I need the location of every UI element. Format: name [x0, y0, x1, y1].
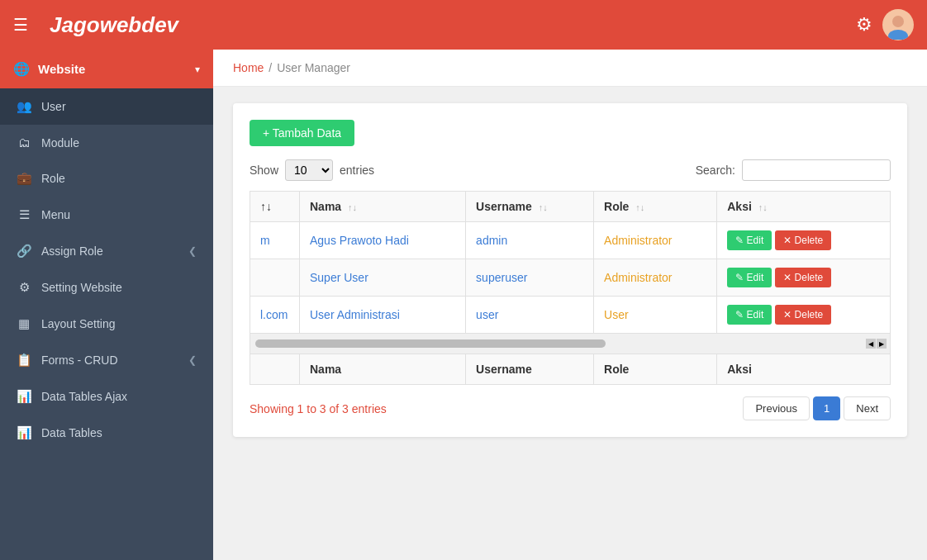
footer-col-username: Username	[466, 354, 594, 385]
footer-col-nama: Nama	[300, 354, 466, 385]
cell-username: user	[466, 297, 594, 334]
previous-button[interactable]: Previous	[743, 396, 810, 420]
breadcrumb-current: User Manager	[277, 61, 350, 74]
breadcrumb: Home / User Manager	[213, 50, 927, 87]
next-button[interactable]: Next	[844, 396, 891, 420]
sidebar-item-module-label: Module	[41, 136, 197, 149]
table-controls: Show 10 25 50 100 entries Search:	[250, 159, 891, 181]
footer-col-aksi: Aksi	[717, 354, 891, 385]
sort-icon-nama: ↑↓	[348, 202, 357, 212]
chevron-left-icon: ❮	[188, 245, 197, 257]
sidebar-item-user[interactable]: 👥 User	[0, 88, 213, 125]
setting-icon: ⚙	[17, 280, 31, 295]
edit-button[interactable]: ✎ Edit	[727, 230, 772, 250]
forms-icon: 📋	[17, 353, 31, 368]
sidebar-item-menu[interactable]: ☰ Menu	[0, 197, 213, 233]
sidebar-item-data-tables-label: Data Tables	[41, 426, 197, 439]
sidebar-item-user-label: User	[41, 100, 197, 113]
col-role[interactable]: Role ↑↓	[594, 192, 717, 222]
svg-point-1	[892, 16, 904, 27]
sidebar-item-menu-label: Menu	[41, 208, 197, 221]
col-nama[interactable]: Nama ↑↓	[300, 192, 466, 222]
brand-logo: Jagowebdev	[50, 12, 856, 38]
sidebar-item-setting-website-label: Setting Website	[41, 281, 197, 294]
edit-button[interactable]: ✎ Edit	[727, 305, 772, 325]
sidebar-item-role-label: Role	[41, 172, 197, 185]
sidebar-item-forms-crud-label: Forms - CRUD	[41, 354, 188, 367]
data-tables-ajax-icon: 📊	[17, 389, 31, 404]
sidebar-item-setting-website[interactable]: ⚙ Setting Website	[0, 269, 213, 306]
globe-icon: 🌐	[13, 61, 30, 77]
sidebar-item-module[interactable]: 🗂 Module	[0, 125, 213, 160]
role-icon: 💼	[17, 171, 31, 186]
table-row: Super UsersuperuserAdministrator✎ Edit✕ …	[250, 259, 891, 297]
cell-username: admin	[466, 222, 594, 259]
footer-col-no	[250, 354, 300, 385]
cell-no: m	[250, 222, 300, 259]
sidebar-item-data-tables-ajax[interactable]: 📊 Data Tables Ajax	[0, 378, 213, 415]
cell-username: superuser	[466, 259, 594, 297]
horizontal-scrollbar[interactable]: ◀ ▶	[252, 339, 888, 349]
sort-icon-role: ↑↓	[635, 202, 644, 212]
avatar[interactable]	[882, 9, 914, 40]
scroll-left-button[interactable]: ◀	[866, 339, 876, 349]
sidebar-item-layout-setting[interactable]: ▦ Layout Setting	[0, 306, 213, 342]
show-entries: Show 10 25 50 100 entries	[250, 159, 374, 181]
sidebar: 🌐 Website ▾ 👥 User 🗂 Module 💼 Role ☰ Men…	[0, 50, 213, 560]
footer-col-role: Role	[594, 354, 717, 385]
menu-icon: ☰	[17, 207, 31, 222]
delete-button[interactable]: ✕ Delete	[775, 305, 831, 325]
cell-nama: User Administrasi	[300, 297, 466, 334]
showing-text: Showing 1 to 3 of 3 entries	[250, 402, 387, 415]
edit-button[interactable]: ✎ Edit	[727, 268, 772, 287]
sidebar-website-label: Website	[38, 62, 195, 76]
sidebar-item-data-tables-ajax-label: Data Tables Ajax	[41, 390, 197, 403]
data-card: + Tambah Data Show 10 25 50 100 entries	[233, 103, 907, 437]
navbar-right: ⚙	[856, 9, 914, 40]
navbar: ☰ Jagowebdev ⚙	[0, 0, 927, 50]
delete-button[interactable]: ✕ Delete	[775, 230, 831, 250]
main-content: Home / User Manager + Tambah Data Show 1…	[213, 50, 927, 560]
breadcrumb-home-link[interactable]: Home	[233, 61, 264, 74]
sidebar-item-forms-crud[interactable]: 📋 Forms - CRUD ❮	[0, 342, 213, 378]
cell-aksi: ✎ Edit✕ Delete	[717, 259, 891, 297]
menu-toggle-button[interactable]: ☰	[13, 15, 28, 35]
layout: 🌐 Website ▾ 👥 User 🗂 Module 💼 Role ☰ Men…	[0, 50, 927, 560]
sidebar-item-data-tables[interactable]: 📊 Data Tables	[0, 415, 213, 451]
cell-role: Administrator	[594, 259, 717, 297]
scroll-right-button[interactable]: ▶	[877, 339, 887, 349]
col-aksi[interactable]: Aksi ↑↓	[717, 192, 891, 222]
add-data-button[interactable]: + Tambah Data	[250, 120, 354, 146]
search-label: Search:	[696, 164, 735, 177]
page-1-button[interactable]: 1	[813, 396, 840, 420]
pagination: Previous 1 Next	[743, 396, 891, 420]
content-area: + Tambah Data Show 10 25 50 100 entries	[213, 87, 927, 453]
sidebar-website-item[interactable]: 🌐 Website ▾	[0, 50, 213, 88]
module-icon: 🗂	[17, 135, 31, 149]
data-table: ↑↓ Nama ↑↓ Username ↑↓ Role	[250, 191, 891, 385]
table-header-row: ↑↓ Nama ↑↓ Username ↑↓ Role	[250, 192, 891, 222]
gear-icon[interactable]: ⚙	[856, 14, 872, 36]
cell-role: Administrator	[594, 222, 717, 259]
sidebar-item-assign-role[interactable]: 🔗 Assign Role ❮	[0, 233, 213, 269]
col-username[interactable]: Username ↑↓	[466, 192, 594, 222]
delete-button[interactable]: ✕ Delete	[775, 268, 831, 287]
user-icon: 👥	[17, 99, 31, 114]
sort-icon-username: ↑↓	[539, 202, 548, 212]
show-label: Show	[250, 164, 278, 177]
cell-role: User	[594, 297, 717, 334]
cell-no	[250, 259, 300, 297]
chevron-left-icon-forms: ❮	[188, 354, 197, 366]
entries-select[interactable]: 10 25 50 100	[285, 159, 333, 181]
search-box: Search:	[696, 159, 891, 181]
breadcrumb-separator: /	[269, 61, 272, 74]
sort-icon-aksi: ↑↓	[758, 202, 768, 212]
cell-aksi: ✎ Edit✕ Delete	[717, 297, 891, 334]
sidebar-item-role[interactable]: 💼 Role	[0, 160, 213, 197]
table-row: l.comUser AdministrasiuserUser✎ Edit✕ De…	[250, 297, 891, 334]
col-no: ↑↓	[250, 192, 300, 222]
cell-nama: Super User	[300, 259, 466, 297]
cell-aksi: ✎ Edit✕ Delete	[717, 222, 891, 259]
table-footer: Showing 1 to 3 of 3 entries Previous 1 N…	[250, 396, 891, 420]
search-input[interactable]	[742, 159, 891, 181]
